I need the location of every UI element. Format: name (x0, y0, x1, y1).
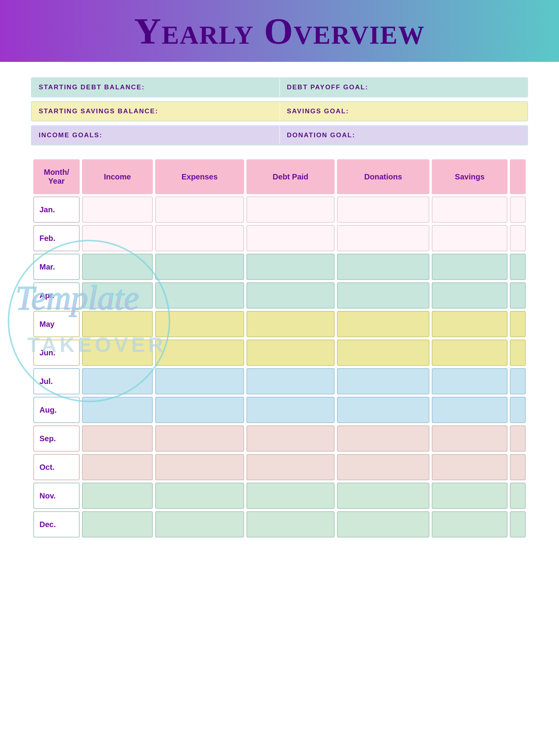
data-cell[interactable] (337, 196, 429, 223)
month-cell: May (33, 311, 80, 337)
table-row: Oct. (33, 454, 526, 480)
month-label: Dec. (39, 520, 56, 529)
data-cell[interactable] (510, 311, 526, 337)
month-cell: Oct. (33, 454, 80, 480)
data-cell[interactable] (510, 368, 526, 394)
data-cell[interactable] (432, 368, 508, 394)
data-cell[interactable] (337, 254, 429, 280)
col-header-debt: Debt Paid (246, 159, 335, 194)
data-cell[interactable] (337, 282, 429, 309)
table-header-row: Month/Year Income Expenses Debt Paid Don… (33, 159, 526, 194)
data-cell[interactable] (337, 368, 429, 394)
data-cell[interactable] (246, 340, 335, 366)
data-cell[interactable] (82, 225, 153, 251)
data-cell[interactable] (155, 368, 244, 394)
data-cell[interactable] (510, 454, 526, 480)
data-cell[interactable] (510, 511, 526, 538)
data-cell[interactable] (432, 196, 508, 223)
month-cell: Apr. (33, 282, 80, 309)
data-cell[interactable] (510, 196, 526, 223)
table-row: Jul. (33, 368, 526, 394)
data-cell[interactable] (155, 196, 244, 223)
data-cell[interactable] (82, 282, 153, 309)
data-cell[interactable] (510, 254, 526, 280)
data-cell[interactable] (432, 425, 508, 452)
data-cell[interactable] (337, 225, 429, 251)
month-cell: Jul. (33, 368, 80, 394)
page-title: Yearly Overview (134, 10, 425, 53)
data-cell[interactable] (82, 254, 153, 280)
data-cell[interactable] (510, 397, 526, 423)
data-cell[interactable] (246, 368, 335, 394)
data-cell[interactable] (510, 340, 526, 366)
data-cell[interactable] (246, 282, 335, 309)
data-cell[interactable] (432, 340, 508, 366)
data-cell[interactable] (337, 454, 429, 480)
data-cell[interactable] (155, 483, 244, 509)
data-cell[interactable] (82, 397, 153, 423)
data-cell[interactable] (155, 340, 244, 366)
data-cell[interactable] (155, 282, 244, 309)
month-label: Nov. (39, 491, 56, 500)
data-cell[interactable] (432, 483, 508, 509)
debt-payoff-label: Debt Payoff Goal: (279, 78, 528, 97)
data-cell[interactable] (246, 397, 335, 423)
data-cell[interactable] (246, 483, 335, 509)
data-cell[interactable] (337, 511, 429, 538)
data-cell[interactable] (82, 454, 153, 480)
table-row: Jan. (33, 196, 526, 223)
data-cell[interactable] (155, 425, 244, 452)
data-cell[interactable] (82, 425, 153, 452)
data-cell[interactable] (155, 511, 244, 538)
data-cell[interactable] (432, 282, 508, 309)
data-cell[interactable] (510, 425, 526, 452)
month-label: Sep. (39, 434, 56, 443)
col-header-extra (510, 159, 526, 194)
data-cell[interactable] (432, 254, 508, 280)
data-cell[interactable] (246, 425, 335, 452)
data-cell[interactable] (82, 196, 153, 223)
data-cell[interactable] (432, 225, 508, 251)
data-cell[interactable] (246, 511, 335, 538)
month-label: Jan. (39, 205, 55, 214)
savings-info-row: Starting Savings Balance: Savings Goal: (31, 101, 528, 121)
month-cell: Nov. (33, 483, 80, 509)
data-cell[interactable] (155, 454, 244, 480)
data-cell[interactable] (337, 483, 429, 509)
col-header-donations: Donations (337, 159, 429, 194)
data-cell[interactable] (246, 196, 335, 223)
data-cell[interactable] (337, 425, 429, 452)
data-cell[interactable] (155, 225, 244, 251)
data-cell[interactable] (510, 483, 526, 509)
data-cell[interactable] (82, 483, 153, 509)
data-cell[interactable] (246, 254, 335, 280)
data-cell[interactable] (432, 397, 508, 423)
month-label: Jul. (39, 377, 53, 386)
data-cell[interactable] (82, 511, 153, 538)
col-header-expenses: Expenses (155, 159, 244, 194)
donation-goal-label: Donation Goal: (279, 126, 528, 145)
data-cell[interactable] (82, 311, 153, 337)
data-cell[interactable] (155, 254, 244, 280)
col-header-savings: Savings (432, 159, 508, 194)
data-cell[interactable] (337, 340, 429, 366)
data-cell[interactable] (246, 225, 335, 251)
data-cell[interactable] (432, 311, 508, 337)
data-cell[interactable] (82, 368, 153, 394)
data-cell[interactable] (510, 225, 526, 251)
data-cell[interactable] (246, 311, 335, 337)
data-cell[interactable] (337, 311, 429, 337)
data-cell[interactable] (246, 454, 335, 480)
data-cell[interactable] (155, 311, 244, 337)
data-cell[interactable] (337, 397, 429, 423)
data-cell[interactable] (155, 397, 244, 423)
data-cell[interactable] (82, 340, 153, 366)
data-cell[interactable] (432, 511, 508, 538)
table-row: Dec. (33, 511, 526, 538)
col-header-month: Month/Year (33, 159, 80, 194)
table-row: May (33, 311, 526, 337)
budget-table: Month/Year Income Expenses Debt Paid Don… (31, 157, 528, 540)
info-section: Starting Debt Balance: Debt Payoff Goal:… (31, 77, 528, 145)
data-cell[interactable] (432, 454, 508, 480)
data-cell[interactable] (510, 282, 526, 309)
